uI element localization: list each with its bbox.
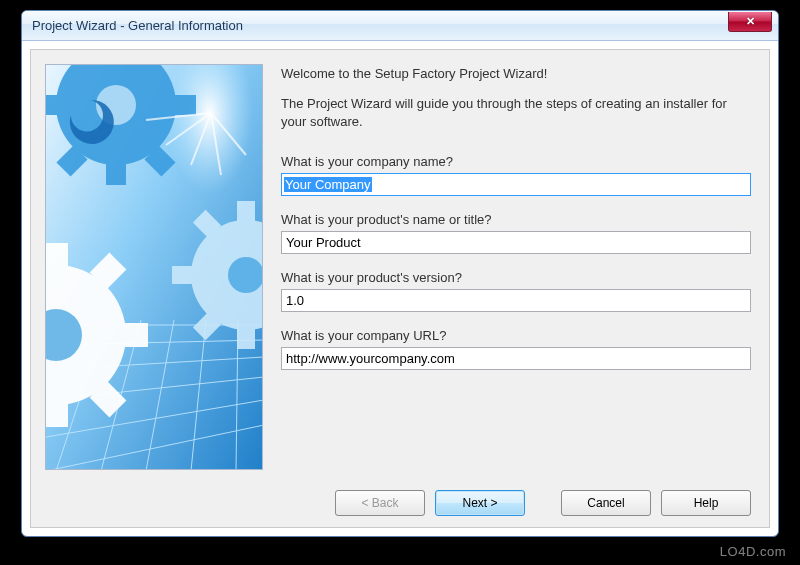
svg-rect-36: [172, 266, 194, 284]
form-area: Welcome to the Setup Factory Project Wiz…: [281, 64, 755, 465]
close-button[interactable]: ✕: [728, 12, 772, 32]
svg-rect-34: [237, 201, 255, 223]
welcome-heading: Welcome to the Setup Factory Project Wiz…: [281, 66, 755, 81]
product-name-group: What is your product's name or title?: [281, 212, 755, 254]
client-area: Welcome to the Setup Factory Project Wiz…: [30, 49, 770, 528]
company-name-input[interactable]: Your Company: [281, 173, 751, 196]
company-url-label: What is your company URL?: [281, 328, 755, 343]
company-url-input[interactable]: [281, 347, 751, 370]
next-button[interactable]: Next >: [435, 490, 525, 516]
product-name-input[interactable]: [281, 231, 751, 254]
product-name-label: What is your product's name or title?: [281, 212, 755, 227]
button-row: < Back Next > Cancel Help: [31, 479, 769, 527]
svg-rect-35: [237, 327, 255, 349]
svg-rect-15: [46, 399, 68, 427]
help-button[interactable]: Help: [661, 490, 751, 516]
product-version-group: What is your product's version?: [281, 270, 755, 312]
product-version-input[interactable]: [281, 289, 751, 312]
cancel-button[interactable]: Cancel: [561, 490, 651, 516]
wizard-sidebar-image: [45, 64, 263, 470]
svg-rect-14: [46, 243, 68, 271]
company-name-label: What is your company name?: [281, 154, 755, 169]
svg-point-42: [228, 257, 263, 293]
svg-rect-26: [46, 95, 60, 115]
svg-rect-17: [120, 323, 148, 347]
gears-illustration-icon: [46, 65, 263, 470]
company-name-group: What is your company name? Your Company: [281, 154, 755, 196]
watermark: LO4D.com: [720, 544, 786, 559]
window-title: Project Wizard - General Information: [32, 18, 243, 33]
dialog-window: Project Wizard - General Information ✕: [21, 10, 779, 537]
close-icon: ✕: [746, 15, 755, 28]
intro-text: The Project Wizard will guide you throug…: [281, 95, 755, 130]
company-url-group: What is your company URL?: [281, 328, 755, 370]
back-button: < Back: [335, 490, 425, 516]
content-area: Welcome to the Setup Factory Project Wiz…: [31, 50, 769, 479]
svg-rect-27: [172, 95, 196, 115]
svg-rect-25: [106, 161, 126, 185]
product-version-label: What is your product's version?: [281, 270, 755, 285]
titlebar[interactable]: Project Wizard - General Information ✕: [22, 11, 778, 41]
